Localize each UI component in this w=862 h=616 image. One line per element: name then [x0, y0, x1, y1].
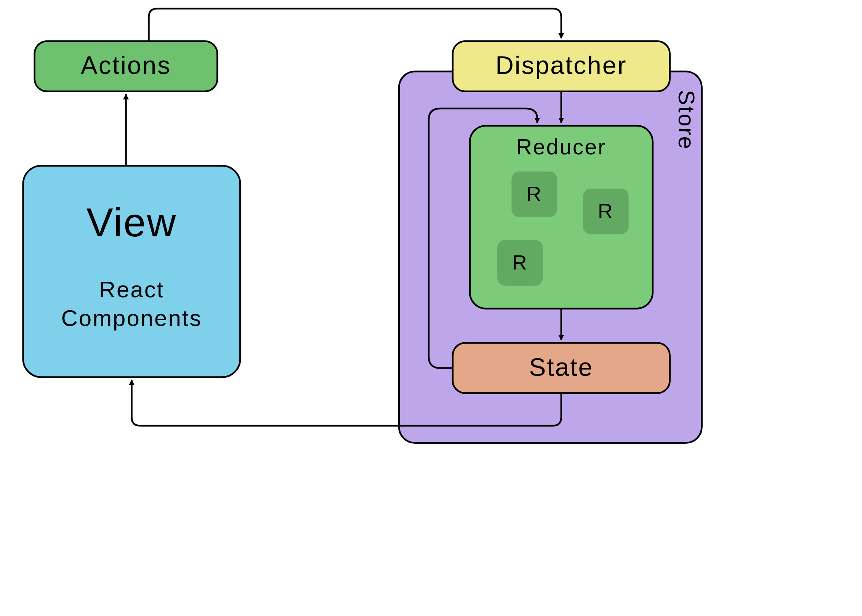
- reducer-label: Reducer: [516, 135, 606, 159]
- view-sub1: React: [99, 277, 165, 302]
- reducer-small-3-label: R: [512, 251, 528, 274]
- view-title: View: [87, 200, 177, 245]
- dispatcher-label: Dispatcher: [495, 51, 627, 79]
- reducer-small-1-label: R: [526, 182, 542, 205]
- state-label: State: [529, 353, 593, 381]
- view-box: [23, 166, 240, 377]
- flux-redux-diagram: Store Dispatcher Reducer R R R State Act…: [0, 0, 862, 616]
- reducer-small-2-label: R: [598, 199, 614, 222]
- store-label: Store: [674, 90, 699, 150]
- arrow-actions-to-dispatcher: [149, 8, 561, 41]
- actions-label: Actions: [81, 51, 171, 79]
- view-sub2: Components: [61, 305, 202, 331]
